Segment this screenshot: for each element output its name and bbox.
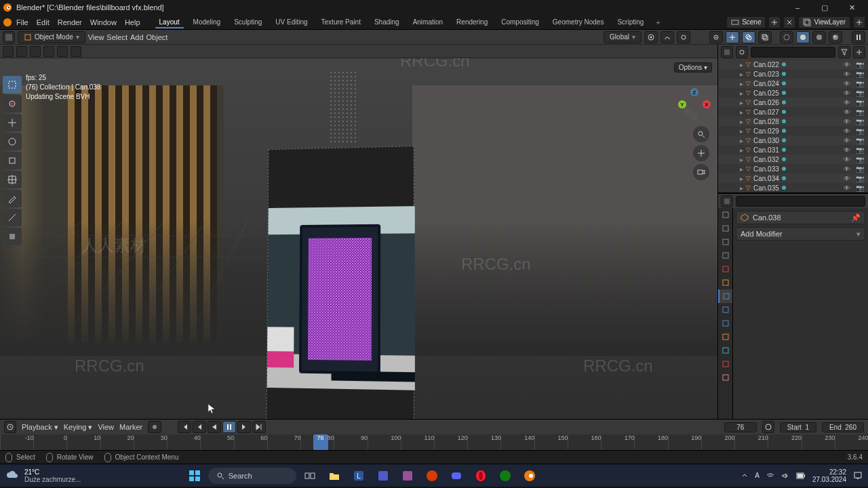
maximize-button[interactable]: ▢ [811,0,838,15]
properties-search[interactable] [736,196,865,207]
workspace-scripting[interactable]: Scripting [610,16,650,28]
menu-file[interactable]: File [12,17,33,28]
workspace-add[interactable]: + [650,16,665,28]
volume-icon[interactable] [781,472,789,480]
select-mode-1[interactable] [3,46,14,57]
properties-type[interactable] [721,195,733,207]
tl-playback[interactable]: Playback ▾ [22,423,58,432]
app-1[interactable]: L [348,466,370,485]
viewport-menu-add[interactable]: Add [130,33,144,41]
axis-z[interactable]: Z [690,88,698,96]
prop-tab-particle[interactable] [718,303,732,317]
tool-measure[interactable] [3,209,22,226]
jump-end[interactable] [252,421,266,433]
tray-chevron-icon[interactable] [741,472,748,479]
tool-annotate[interactable] [3,190,22,207]
timeline-type[interactable] [4,421,16,433]
select-mode-5[interactable] [57,46,68,57]
preview-range-toggle[interactable] [762,421,774,433]
camera-button[interactable] [693,164,709,180]
tool-move[interactable] [3,114,22,131]
outliner-row[interactable]: ▸▽Can.024👁📷 [718,79,868,88]
pivot-dropdown[interactable] [644,31,658,43]
outliner-row[interactable]: ▸▽Can.034👁📷 [718,174,868,183]
select-mode-6[interactable] [71,46,81,57]
workspace-layout[interactable]: Layout [153,16,186,28]
editor-type-dropdown[interactable] [3,31,15,43]
workspace-rendering[interactable]: Rendering [450,16,494,28]
app-4[interactable] [421,466,443,485]
play-reverse[interactable] [208,421,221,433]
prop-tab-physics[interactable] [718,317,732,330]
viewport-menu-select[interactable]: Select [106,33,127,41]
start-button[interactable] [184,466,205,485]
workspace-shading[interactable]: Shading [368,16,406,28]
workspace-modeling[interactable]: Modeling [186,16,228,28]
tl-marker[interactable]: Marker [119,423,142,431]
notifications-icon[interactable] [853,471,863,481]
menu-help[interactable]: Help [121,17,144,28]
viewport-menu-view[interactable]: View [88,33,104,41]
prop-tab-output[interactable] [718,222,732,235]
timeline-ruler[interactable]: 76 -20-100102030405060708090100110120130… [0,434,868,450]
tl-keying[interactable]: Keying ▾ [64,423,93,432]
viewport-options[interactable]: Options ▾ [674,62,712,73]
mode-selector[interactable]: Object Mode ▾ [18,31,85,43]
outliner-row[interactable]: ▸▽Can.025👁📷 [718,88,868,98]
start-frame[interactable]: Start 1 [780,422,816,432]
gizmo-toggle[interactable] [726,31,739,43]
tray-lang[interactable]: A [755,472,760,479]
app-explorer[interactable] [323,466,345,485]
shading-solid[interactable] [796,31,810,43]
prop-tab-scene[interactable] [718,249,732,262]
app-discord[interactable] [446,466,467,485]
orientation-dropdown[interactable]: Global▾ [604,31,642,43]
menu-window[interactable]: Window [86,17,121,28]
outliner-row[interactable]: ▸▽Can.026👁📷 [718,98,868,107]
prop-tab-object[interactable] [718,276,732,289]
tool-select-box[interactable] [3,76,22,94]
task-view[interactable] [299,466,321,485]
outliner-row[interactable]: ▸▽Can.032👁📷 [718,155,868,164]
outliner-row[interactable]: ▸▽Can.033👁📷 [718,164,868,174]
menu-edit[interactable]: Edit [33,17,54,28]
outliner-row[interactable]: ▸▽Can.028👁📷 [718,117,868,126]
outliner-row[interactable]: ▸▽Can.023👁📷 [718,69,868,79]
prop-tab-texture[interactable] [718,371,732,384]
autokey-toggle[interactable] [148,421,161,433]
prop-tab-constraint[interactable] [718,330,732,344]
scene-new-button[interactable] [768,16,781,28]
jump-next-key[interactable] [237,421,251,433]
outliner-type[interactable] [721,46,733,58]
scene-selector[interactable]: Scene [726,16,766,28]
outliner-row[interactable]: ▸▽Can.031👁📷 [718,145,868,155]
playhead[interactable]: 76 [313,434,328,450]
jump-prev-key[interactable] [193,421,206,433]
zoom-button[interactable] [693,126,709,142]
workspace-texture[interactable]: Texture Paint [315,16,368,28]
shading-wireframe[interactable] [780,31,793,43]
pause-icon[interactable] [852,31,865,43]
app-3[interactable] [397,466,418,485]
select-mode-4[interactable] [43,46,54,57]
prop-tab-view[interactable] [718,235,732,249]
tl-view[interactable]: View [98,423,114,431]
visibility-dropdown[interactable] [709,31,723,43]
viewlayer-new-button[interactable] [853,16,865,28]
app-xbox[interactable] [494,466,516,485]
current-frame[interactable]: 76 [724,422,757,432]
prop-tab-data[interactable] [718,344,732,357]
tool-cursor[interactable] [3,95,22,113]
select-mode-3[interactable] [30,46,41,57]
tool-add-primitive[interactable] [3,228,22,245]
select-mode-2[interactable] [16,46,27,57]
shading-material[interactable] [812,31,826,43]
outliner-row[interactable]: ▸▽Can.035👁📷 [718,183,868,192]
outliner-row[interactable]: ▸▽Can.030👁📷 [718,136,868,145]
tool-transform[interactable] [3,171,22,188]
menu-render[interactable]: Render [54,17,86,28]
app-blender[interactable] [519,466,540,485]
axis-x[interactable]: X [703,100,711,108]
prop-tab-render[interactable] [718,208,732,222]
taskbar-weather[interactable]: 21°CDuże zachmurze... [5,468,81,483]
